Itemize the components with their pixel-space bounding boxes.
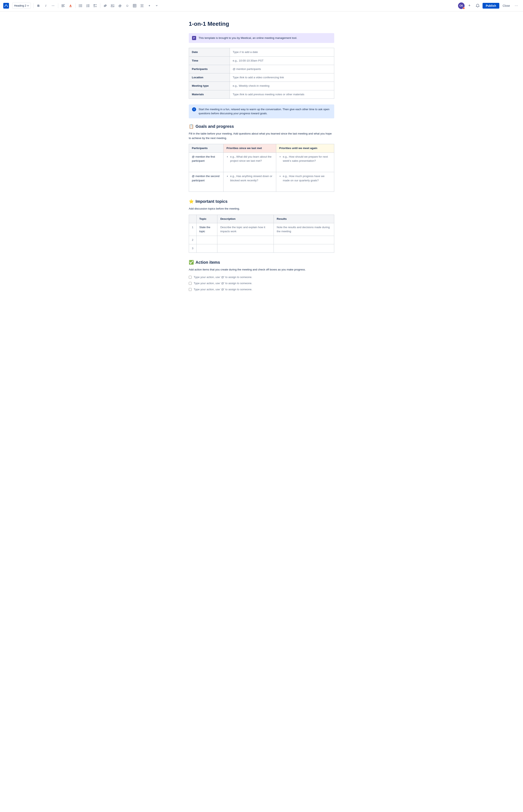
- info-icon: i: [192, 107, 196, 111]
- info-label: Time: [189, 56, 230, 65]
- info-table: Date Type // to add a date Time e.g., 10…: [189, 48, 334, 99]
- more-text-button[interactable]: ···: [50, 2, 56, 9]
- goals-heading: 📋 Goals and progress: [189, 123, 334, 129]
- topic-results-3[interactable]: [274, 244, 334, 252]
- priorities-until-1[interactable]: e.g., How should we prepare for next wee…: [276, 153, 334, 172]
- toolbar-right: CK + Publish Close ···: [458, 2, 520, 9]
- emoji-button[interactable]: ☺: [124, 2, 130, 9]
- image-button[interactable]: [109, 2, 116, 9]
- info-value[interactable]: e.g., 10:00-10:30am PST: [230, 56, 334, 65]
- table-insert-button[interactable]: [131, 2, 138, 9]
- svg-rect-23: [133, 4, 136, 7]
- topic-results-2[interactable]: [274, 236, 334, 244]
- meetical-icon: P: [192, 36, 196, 40]
- goals-row-1: @ mention the first participant e.g., Wh…: [189, 153, 334, 172]
- mention-button[interactable]: @: [116, 2, 123, 9]
- topics-heading: ⭐ Important topics: [189, 198, 334, 205]
- avatar[interactable]: CK: [458, 2, 465, 9]
- svg-rect-28: [140, 4, 142, 7]
- table-row: Participants @ mention participants: [189, 65, 334, 73]
- publish-button[interactable]: Publish: [483, 3, 500, 8]
- info-label: Location: [189, 73, 230, 82]
- action-item-text-3[interactable]: Type your action, use '@' to assign to s…: [194, 287, 252, 292]
- info-value[interactable]: Type // to add a date: [230, 48, 334, 56]
- align-button[interactable]: [60, 2, 67, 9]
- goals-description: Fill in the table before your meeting. A…: [189, 131, 334, 140]
- bell-icon: [476, 4, 480, 7]
- table-icon: [133, 4, 136, 7]
- goals-table: Participants Priorities since we last me…: [189, 144, 334, 192]
- checklist-icon: [94, 4, 97, 7]
- bold-button[interactable]: B: [35, 2, 42, 9]
- action-item-text-1[interactable]: Type your action, use '@' to assign to s…: [194, 275, 252, 279]
- heading-selector[interactable]: Heading 2: [12, 3, 31, 9]
- action-items-description: Add action items that you create during …: [189, 267, 334, 272]
- align-icon: [61, 4, 65, 7]
- topics-header-description: Description: [217, 215, 274, 223]
- action-item-1: Type your action, use '@' to assign to s…: [189, 275, 334, 279]
- link-button[interactable]: [102, 2, 108, 9]
- close-button[interactable]: Close: [501, 3, 511, 8]
- participant-1[interactable]: @ mention the first participant: [189, 153, 223, 172]
- action-items-emoji: ✅: [189, 259, 194, 265]
- topic-desc-1[interactable]: Describe the topic and explain how it im…: [217, 223, 274, 236]
- topic-name-1[interactable]: State the topic: [196, 223, 217, 236]
- goals-row-2: @ mention the second participant e.g., H…: [189, 172, 334, 192]
- topic-desc-2[interactable]: [217, 236, 274, 244]
- participant-2[interactable]: @ mention the second participant: [189, 172, 223, 192]
- topic-row-2: 2: [189, 236, 334, 244]
- italic-button[interactable]: I: [42, 2, 49, 9]
- info-value[interactable]: @ mention participants: [230, 65, 334, 73]
- checklist-button[interactable]: [92, 2, 98, 9]
- bullet-list-button[interactable]: [77, 2, 84, 9]
- info-callout-text: Start the meeting in a fun, relaxed way …: [199, 107, 331, 116]
- action-item-text-2[interactable]: Type your action, use '@' to assign to s…: [194, 281, 252, 285]
- info-value[interactable]: Type /link to add previous meeting notes…: [230, 90, 334, 99]
- more-inserts-chevron[interactable]: [154, 2, 160, 9]
- topic-num-2: 2: [189, 236, 197, 244]
- action-item-checkbox-1[interactable]: [189, 276, 192, 279]
- action-item-checkbox-3[interactable]: [189, 288, 192, 291]
- template-callout-text: This template is brought to you by Meeti…: [199, 36, 297, 40]
- topic-num-3: 3: [189, 244, 197, 252]
- info-value[interactable]: e.g., Weekly check-in meeting: [230, 82, 334, 90]
- topic-name-3[interactable]: [196, 244, 217, 252]
- info-value[interactable]: Type /link to add a video conferencing l…: [230, 73, 334, 82]
- more-inserts-button[interactable]: +: [146, 2, 152, 9]
- numbered-list-icon: 1.2.3.: [86, 4, 89, 7]
- chevron-down-icon: [27, 5, 29, 6]
- info-label: Meeting type: [189, 82, 230, 90]
- toolbar: Heading 2 B I ··· A 1.2.3. @ ☺ + CK: [0, 0, 523, 12]
- info-label: Date: [189, 48, 230, 56]
- goals-header-since: Priorities since we last met: [223, 144, 276, 153]
- page-title[interactable]: 1-on-1 Meeting: [189, 20, 334, 28]
- notifications-button[interactable]: [474, 2, 481, 9]
- svg-text:3.: 3.: [86, 6, 87, 7]
- add-button[interactable]: +: [466, 2, 473, 9]
- priorities-since-1[interactable]: e.g., What did you learn about the proje…: [223, 153, 276, 172]
- text-color-button[interactable]: A: [67, 2, 74, 9]
- priorities-until-2[interactable]: e.g., How much progress have we made on …: [276, 172, 334, 192]
- table-row: Date Type // to add a date: [189, 48, 334, 56]
- topic-name-2[interactable]: [196, 236, 217, 244]
- bullet-list-icon: [79, 4, 82, 7]
- topics-header-topic: Topic: [196, 215, 217, 223]
- topic-desc-3[interactable]: [217, 244, 274, 252]
- info-callout: i Start the meeting in a fun, relaxed wa…: [189, 104, 334, 119]
- svg-rect-19: [94, 6, 95, 7]
- numbered-list-button[interactable]: 1.2.3.: [85, 2, 91, 9]
- svg-point-7: [79, 5, 79, 6]
- topics-description: Add discussion topics before the meeting…: [189, 207, 334, 211]
- svg-rect-29: [142, 4, 144, 7]
- columns-button[interactable]: [139, 2, 145, 9]
- more-options-button[interactable]: ···: [513, 2, 520, 9]
- table-row: Location Type /link to add a video confe…: [189, 73, 334, 82]
- action-item-2: Type your action, use '@' to assign to s…: [189, 281, 334, 285]
- action-item-checkbox-2[interactable]: [189, 282, 192, 285]
- main-content: 1-on-1 Meeting P This template is brough…: [184, 12, 339, 310]
- columns-icon: [140, 4, 144, 7]
- priorities-since-2[interactable]: e.g., Has anything slowed down or blocke…: [223, 172, 276, 192]
- template-callout: P This template is brought to you by Mee…: [189, 33, 334, 43]
- topic-results-1[interactable]: Note the results and decisions made duri…: [274, 223, 334, 236]
- goals-emoji: 📋: [189, 123, 194, 129]
